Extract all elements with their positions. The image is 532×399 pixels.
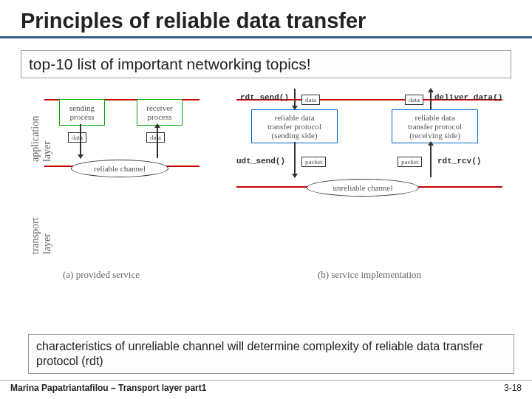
oval-reliable-channel: reliable channel bbox=[71, 160, 168, 177]
subtitle-box: top-10 list of important networking topi… bbox=[21, 50, 511, 78]
bottom-text-box: characteristics of unreliable channel wi… bbox=[28, 334, 514, 374]
footer: Marina Papatriantafilou – Transport laye… bbox=[0, 380, 532, 399]
footer-page-number: 3-18 bbox=[504, 383, 522, 399]
oval-unreliable-channel: unreliable channel bbox=[307, 179, 419, 197]
arrow-a-down bbox=[80, 124, 81, 158]
label-data-a-right: data bbox=[146, 132, 165, 143]
caption-a: (a) provided service bbox=[63, 269, 140, 281]
func-udt-send: udt_send() bbox=[236, 157, 285, 166]
box-sending-process: sending process bbox=[59, 99, 105, 126]
caption-b: (b) service implementation bbox=[318, 269, 421, 281]
func-deliver-data: deliver_data() bbox=[434, 93, 502, 102]
label-data-a-left: data bbox=[68, 132, 86, 143]
box-reliable-send: reliable data transfer protocol (sending… bbox=[251, 109, 338, 143]
side-label-transport: transport layer bbox=[30, 217, 53, 254]
box-receiver-process: receiver process bbox=[137, 99, 183, 126]
label-data-b-right: data bbox=[405, 95, 423, 105]
arrow-a-up bbox=[157, 124, 158, 158]
func-rdt-rcv: rdt_rcv() bbox=[437, 157, 481, 166]
label-data-b-left: data bbox=[301, 95, 320, 105]
side-label-application: application layer bbox=[30, 116, 53, 162]
slide-title: Principles of reliable data transfer bbox=[0, 0, 532, 36]
footer-author: Marina Papatriantafilou – Transport laye… bbox=[10, 383, 206, 399]
arrow-deliver bbox=[430, 89, 432, 109]
label-packet-left: packet bbox=[301, 157, 326, 167]
label-packet-right: packet bbox=[398, 157, 422, 167]
arrow-rdt-send bbox=[294, 89, 296, 109]
title-underline bbox=[0, 36, 532, 38]
func-rdt-send: rdt_send() bbox=[240, 93, 289, 102]
arrow-udt-send bbox=[294, 142, 296, 177]
arrow-rdt-rcv bbox=[430, 142, 432, 177]
diagram: application layer transport layer sendin… bbox=[15, 92, 517, 291]
box-reliable-recv: reliable data transfer protocol (receivi… bbox=[392, 109, 478, 143]
